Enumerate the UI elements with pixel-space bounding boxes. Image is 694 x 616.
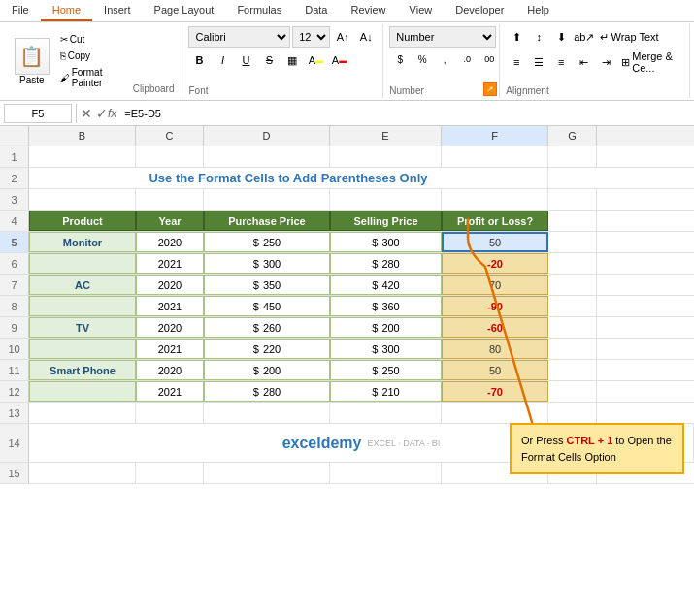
italic-button[interactable]: I bbox=[212, 49, 233, 71]
cell-g7[interactable] bbox=[548, 275, 597, 295]
cell-profit-1[interactable]: 50 bbox=[442, 232, 548, 252]
col-header-g[interactable]: G bbox=[548, 126, 597, 146]
cell-selling-6[interactable]: $300 bbox=[330, 339, 442, 359]
cell-d15[interactable] bbox=[204, 463, 330, 483]
cell-selling-5[interactable]: $200 bbox=[330, 317, 442, 338]
cell-g10[interactable] bbox=[548, 339, 597, 359]
underline-button[interactable]: U bbox=[235, 49, 256, 71]
cell-b13[interactable] bbox=[29, 403, 136, 423]
cell-product-5[interactable]: TV bbox=[29, 317, 136, 338]
tab-file[interactable]: File bbox=[0, 0, 41, 21]
comma-button[interactable]: , bbox=[434, 49, 455, 69]
cell-purchase-5[interactable]: $260 bbox=[204, 317, 330, 338]
cell-year-3[interactable]: 2020 bbox=[136, 275, 204, 295]
cell-product-1[interactable]: Monitor bbox=[29, 232, 136, 252]
cell-d13[interactable] bbox=[204, 403, 330, 423]
cell-product-6[interactable] bbox=[29, 339, 136, 359]
cell-profit-8[interactable]: -70 bbox=[442, 381, 548, 402]
cell-year-7[interactable]: 2020 bbox=[136, 360, 204, 380]
cell-e1[interactable] bbox=[330, 146, 442, 167]
cell-f13[interactable] bbox=[442, 403, 548, 423]
cell-selling-4[interactable]: $360 bbox=[330, 296, 442, 316]
cut-button[interactable]: ✂ Cut bbox=[56, 32, 129, 47]
cell-profit-3[interactable]: 70 bbox=[442, 275, 548, 295]
col-header-e[interactable]: E bbox=[330, 126, 442, 146]
cell-purchase-6[interactable]: $220 bbox=[204, 339, 330, 359]
cell-g11[interactable] bbox=[548, 360, 597, 380]
cell-g4[interactable] bbox=[548, 211, 597, 231]
angle-text-button[interactable]: ab↗ bbox=[573, 26, 595, 48]
cell-g12[interactable] bbox=[548, 381, 597, 402]
cell-reference-input[interactable]: F5 bbox=[4, 104, 72, 123]
cell-profit-4[interactable]: -90 bbox=[442, 296, 548, 316]
tab-developer[interactable]: Developer bbox=[444, 0, 515, 21]
copy-button[interactable]: ⎘ Copy bbox=[56, 49, 129, 63]
number-dialog-launcher[interactable]: ↗ bbox=[483, 82, 497, 96]
cell-b1[interactable] bbox=[29, 146, 136, 167]
cell-g1[interactable] bbox=[548, 146, 597, 167]
cell-g8[interactable] bbox=[548, 296, 597, 316]
col-header-c[interactable]: C bbox=[136, 126, 204, 146]
cell-year-5[interactable]: 2020 bbox=[136, 317, 204, 338]
cell-selling-8[interactable]: $210 bbox=[330, 381, 442, 402]
tab-home[interactable]: Home bbox=[41, 0, 92, 21]
align-right-button[interactable]: ≡ bbox=[550, 51, 572, 73]
number-format-select[interactable]: Number bbox=[389, 26, 496, 48]
cell-profit-7[interactable]: 50 bbox=[442, 360, 548, 380]
tab-insert[interactable]: Insert bbox=[92, 0, 143, 21]
cell-e13[interactable] bbox=[330, 403, 442, 423]
cell-f1[interactable] bbox=[442, 146, 548, 167]
cell-profit-5[interactable]: -60 bbox=[442, 317, 548, 338]
tab-review[interactable]: Review bbox=[339, 0, 397, 21]
decrease-font-button[interactable]: A↓ bbox=[355, 26, 377, 48]
cell-profit-6[interactable]: 80 bbox=[442, 339, 548, 359]
cell-g5[interactable] bbox=[548, 232, 597, 252]
align-left-button[interactable]: ≡ bbox=[506, 51, 527, 73]
cell-g13[interactable] bbox=[548, 403, 597, 423]
cell-e15[interactable] bbox=[330, 463, 442, 483]
decrease-decimal-button[interactable]: 00 bbox=[479, 49, 500, 69]
cell-c15[interactable] bbox=[136, 463, 204, 483]
currency-button[interactable]: $ bbox=[389, 49, 411, 69]
cell-g6[interactable] bbox=[548, 253, 597, 274]
cell-b15[interactable] bbox=[29, 463, 136, 483]
cell-d1[interactable] bbox=[204, 146, 330, 167]
bold-button[interactable]: B bbox=[188, 49, 210, 71]
cell-e3[interactable] bbox=[330, 189, 442, 210]
merge-center-button[interactable]: ⊞ Merge & Ce... bbox=[617, 49, 683, 76]
align-top-button[interactable]: ⬆ bbox=[506, 26, 527, 48]
cell-b3[interactable] bbox=[29, 189, 136, 210]
cell-selling-3[interactable]: $420 bbox=[330, 275, 442, 295]
align-bottom-button[interactable]: ⬇ bbox=[550, 26, 572, 48]
cell-selling-1[interactable]: $300 bbox=[330, 232, 442, 252]
cell-c3[interactable] bbox=[136, 189, 204, 210]
cell-c1[interactable] bbox=[136, 146, 204, 167]
cell-profit-2[interactable]: -20 bbox=[442, 253, 548, 274]
cell-f3[interactable] bbox=[442, 189, 548, 210]
wrap-text-button[interactable]: ↵ Wrap Text bbox=[596, 29, 662, 46]
font-size-select[interactable]: 12 bbox=[292, 26, 330, 48]
percent-button[interactable]: % bbox=[412, 49, 433, 69]
cell-product-7[interactable]: Smart Phone bbox=[29, 360, 136, 380]
align-center-button[interactable]: ☰ bbox=[528, 51, 549, 73]
cell-product-3[interactable]: AC bbox=[29, 275, 136, 295]
border-button[interactable]: ▦ bbox=[281, 49, 303, 71]
cell-product-4[interactable] bbox=[29, 296, 136, 316]
increase-font-button[interactable]: A↑ bbox=[332, 26, 353, 48]
cell-purchase-1[interactable]: $250 bbox=[204, 232, 330, 252]
col-header-f[interactable]: F bbox=[442, 126, 548, 146]
increase-decimal-button[interactable]: .0 bbox=[456, 49, 478, 69]
format-painter-button[interactable]: 🖌 Format Painter bbox=[56, 65, 129, 90]
cell-d3[interactable] bbox=[204, 189, 330, 210]
cell-year-4[interactable]: 2021 bbox=[136, 296, 204, 316]
col-header-b[interactable]: B bbox=[29, 126, 136, 146]
cell-year-8[interactable]: 2021 bbox=[136, 381, 204, 402]
fill-color-button[interactable]: A▬ bbox=[305, 49, 326, 71]
cell-purchase-8[interactable]: $280 bbox=[204, 381, 330, 402]
font-color-button[interactable]: A▬ bbox=[328, 49, 349, 71]
cell-g3[interactable] bbox=[548, 189, 597, 210]
tab-view[interactable]: View bbox=[398, 0, 445, 21]
cell-purchase-7[interactable]: $200 bbox=[204, 360, 330, 380]
cell-c13[interactable] bbox=[136, 403, 204, 423]
tab-formulas[interactable]: Formulas bbox=[225, 0, 293, 21]
